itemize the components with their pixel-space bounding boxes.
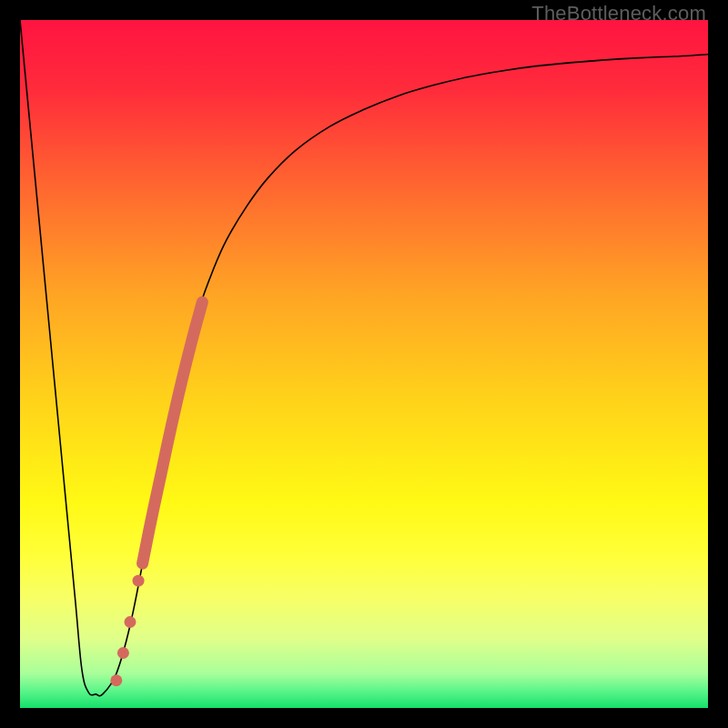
highlight-dot bbox=[110, 674, 122, 686]
highlight-dot bbox=[133, 575, 145, 587]
chart-svg bbox=[20, 20, 708, 708]
highlight-dot bbox=[117, 647, 129, 659]
gradient-bg bbox=[20, 20, 708, 708]
plot-area bbox=[20, 20, 708, 708]
chart-frame: TheBottleneck.com bbox=[0, 0, 728, 728]
highlight-dot bbox=[124, 616, 136, 628]
